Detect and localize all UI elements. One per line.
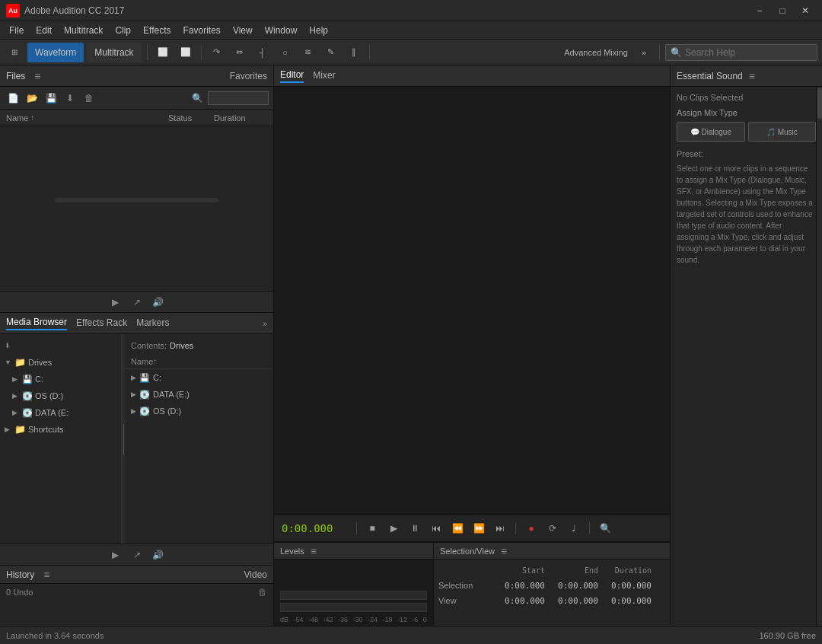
files-panel-menu[interactable]: ≡ xyxy=(34,70,40,82)
drives-pane: Contents: Drives Name ↑ ▶ 💾 C: ▶ 💽 xyxy=(125,334,273,544)
music-button[interactable]: 🎵 Music xyxy=(748,122,817,142)
mb-play-icon[interactable]: ▶ xyxy=(108,547,123,563)
menu-window[interactable]: Window xyxy=(259,24,304,37)
toolbar-btn-4[interactable]: ⇔ xyxy=(230,43,250,62)
toolbar-btn-3[interactable]: ↷ xyxy=(207,43,227,62)
toolbar-btn-8[interactable]: ✎ xyxy=(321,43,341,62)
effects-rack-tab[interactable]: Effects Rack xyxy=(76,317,127,330)
skip-back-button[interactable]: ⏮ xyxy=(427,519,445,537)
drive-row-os[interactable]: ▶ 💽 OS (D:) xyxy=(125,403,273,419)
mixer-tab[interactable]: Mixer xyxy=(313,70,335,82)
menu-favorites[interactable]: Favorites xyxy=(177,24,227,37)
view-duration-val[interactable]: 0:00.000 xyxy=(598,596,652,606)
drives-folder-icon: 📁 xyxy=(14,357,26,368)
save-file-icon[interactable]: 💾 xyxy=(43,90,59,107)
waveform-tab[interactable]: Waveform xyxy=(27,43,84,62)
right-panel-scrollbar[interactable] xyxy=(816,87,822,626)
toolbar-btn-2[interactable]: ⬜ xyxy=(176,43,196,62)
search-files-icon[interactable]: 🔍 xyxy=(189,90,206,107)
tree-shortcuts[interactable]: ▶ 📁 Shortcuts xyxy=(0,421,121,438)
duration-col-header: Duration xyxy=(598,566,652,575)
transport-sep-1 xyxy=(356,522,357,534)
menu-help[interactable]: Help xyxy=(303,24,334,37)
search-bar[interactable]: 🔍 xyxy=(665,44,817,61)
dialogue-button[interactable]: 💬 Dialogue xyxy=(677,122,745,142)
os-drive-icon: 💽 xyxy=(22,391,33,401)
drive-c-label: C: xyxy=(153,373,161,382)
skip-forward-button[interactable]: ⏭ xyxy=(491,519,509,537)
loop-button[interactable]: ⟳ xyxy=(543,519,562,537)
files-scrollbar[interactable] xyxy=(55,198,218,202)
files-favorites-tab[interactable]: Favorites xyxy=(230,71,267,81)
menu-clip[interactable]: Clip xyxy=(109,24,137,37)
export-footer-icon[interactable]: ↗ xyxy=(129,295,145,310)
close-button[interactable]: ✕ xyxy=(795,2,816,19)
toolbar-btn-9[interactable]: ∥ xyxy=(344,43,364,62)
tree-c-drive[interactable]: ▶ 💾 C: xyxy=(0,371,121,387)
new-file-icon[interactable]: 📄 xyxy=(5,90,21,107)
dialogue-icon: 💬 xyxy=(690,128,699,136)
sel-start-val[interactable]: 0:00.000 xyxy=(492,581,545,591)
record-button[interactable]: ● xyxy=(522,519,540,537)
toolbar-btn-6[interactable]: ○ xyxy=(276,43,295,62)
levels-menu-icon[interactable]: ≡ xyxy=(311,545,317,557)
tree-os-drive[interactable]: ▶ 💽 OS (D:) xyxy=(0,387,121,404)
mb-export-icon[interactable]: ↗ xyxy=(129,547,145,563)
menu-file[interactable]: File xyxy=(3,24,30,37)
open-file-icon[interactable]: 📂 xyxy=(24,90,40,107)
history-trash-icon[interactable]: 🗑 xyxy=(258,587,267,598)
files-search-input[interactable] xyxy=(208,91,269,105)
menu-effects[interactable]: Effects xyxy=(137,24,177,37)
menu-multitrack[interactable]: Multitrack xyxy=(58,24,109,37)
fast-forward-button[interactable]: ⏩ xyxy=(470,519,488,537)
delete-icon[interactable]: 🗑 xyxy=(81,90,97,107)
toolbar-btn-1[interactable]: ⬜ xyxy=(153,43,173,62)
metronome-button[interactable]: ♩ xyxy=(565,519,583,537)
start-col-header: Start xyxy=(492,566,545,575)
media-browser-tab[interactable]: Media Browser xyxy=(6,317,67,330)
view-row: View 0:00.000 0:00.000 0:00.000 xyxy=(438,593,665,608)
drive-row-data[interactable]: ▶ 💽 DATA (E:) xyxy=(125,386,273,403)
tree-data-drive[interactable]: ▶ 💽 DATA (E: xyxy=(0,404,121,421)
sel-duration-val[interactable]: 0:00.000 xyxy=(598,581,652,591)
history-menu-icon[interactable]: ≡ xyxy=(43,569,49,581)
scrollbar-thumb[interactable] xyxy=(817,88,822,119)
view-start-val[interactable]: 0:00.000 xyxy=(492,596,545,606)
play-button[interactable]: ▶ xyxy=(384,519,403,537)
essential-header: Essential Sound ≡ xyxy=(671,65,822,87)
menu-edit[interactable]: Edit xyxy=(30,24,58,37)
expand-mixing-btn[interactable]: » xyxy=(634,43,654,62)
toolbar-btn-5[interactable]: ┤ xyxy=(253,43,272,62)
markers-tab[interactable]: Markers xyxy=(136,317,169,330)
selection-menu-icon[interactable]: ≡ xyxy=(501,545,507,557)
shortcuts-label: Shortcuts xyxy=(28,425,63,434)
restore-button[interactable]: □ xyxy=(772,2,793,19)
toolbar-waveform-icon[interactable]: ⊞ xyxy=(5,43,24,62)
tree-item-drives[interactable]: ▼ 📁 Drives xyxy=(0,354,121,371)
level-bar-l xyxy=(280,591,427,600)
app-icon: Au xyxy=(6,4,20,18)
multitrack-tab[interactable]: Multitrack xyxy=(87,43,141,62)
video-tab[interactable]: Video xyxy=(244,569,267,580)
mb-speaker-icon[interactable]: 🔊 xyxy=(151,547,166,563)
expand-panel-btn[interactable]: » xyxy=(263,319,267,328)
stop-button[interactable]: ■ xyxy=(363,519,381,537)
rewind-button[interactable]: ⏪ xyxy=(448,519,467,537)
view-end-val[interactable]: 0:00.000 xyxy=(545,596,598,606)
levels-meter-area: dB -54 -48 -42 -36 -30 -24 -18 -12 -6 0 xyxy=(274,560,433,626)
toolbar-btn-7[interactable]: ≋ xyxy=(298,43,318,62)
menu-view[interactable]: View xyxy=(227,24,259,37)
sel-end-val[interactable]: 0:00.000 xyxy=(545,581,598,591)
essential-menu-icon[interactable]: ≡ xyxy=(749,70,755,82)
tree-item-download[interactable]: ⬇ xyxy=(0,337,121,354)
speaker-footer-icon[interactable]: 🔊 xyxy=(151,295,166,310)
levels-ruler: dB -54 -48 -42 -36 -30 -24 -18 -12 -6 0 xyxy=(274,614,433,626)
minimize-button[interactable]: − xyxy=(749,2,770,19)
play-footer-icon[interactable]: ▶ xyxy=(108,295,123,310)
editor-tab[interactable]: Editor xyxy=(280,69,304,83)
pause-button[interactable]: ⏸ xyxy=(406,519,424,537)
search-input[interactable] xyxy=(685,47,812,58)
drive-row-c[interactable]: ▶ 💾 C: xyxy=(125,369,273,386)
import-icon[interactable]: ⬇ xyxy=(62,90,78,107)
zoom-button[interactable]: 🔍 xyxy=(596,519,614,537)
